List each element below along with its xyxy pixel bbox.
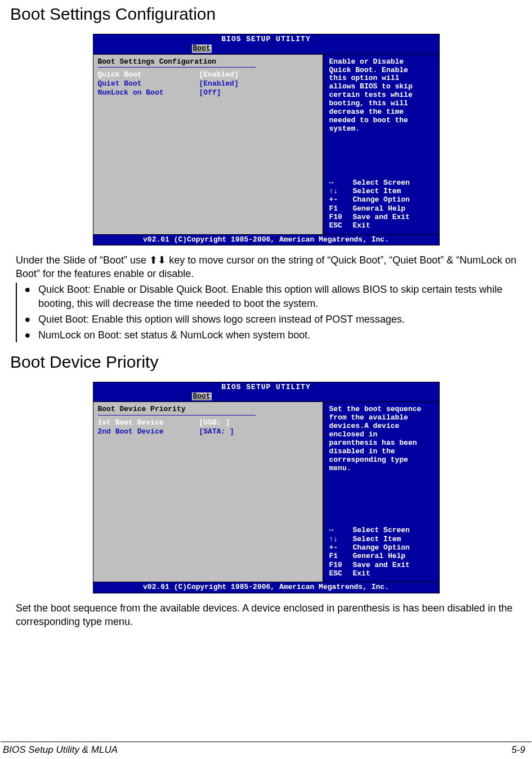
nav-key-ud-icon: ↑↓ <box>329 535 353 543</box>
bullet-icon: ● <box>17 312 38 326</box>
bios-right-pane: Set the boot sequence from the available… <box>324 402 439 582</box>
bios-tabs: Boot <box>93 44 439 53</box>
bullet-icon: ● <box>17 283 38 310</box>
nav-desc: Change Option <box>353 196 410 204</box>
bios-tabs: Boot <box>93 392 439 401</box>
paragraph-1: Under the Slide of “Boot” use ⬆⬇ key to … <box>16 253 522 281</box>
list-item: ●NumLock on Boot: set status & NumLock w… <box>17 328 522 342</box>
opt-value: [USB: ] <box>199 419 230 427</box>
bios-option-1st-boot-device[interactable]: 1st Boot Device [USB: ] <box>98 419 318 427</box>
list-text: Quiet Boot: Enable this option will show… <box>38 312 522 326</box>
bios-tab-boot[interactable]: Boot <box>192 44 212 52</box>
nav-desc: Save and Exit <box>353 561 410 569</box>
footer-left: BIOS Setup Utility & MLUA <box>3 744 118 756</box>
nav-desc: Select Item <box>353 187 401 195</box>
opt-label: 2nd Boot Device <box>98 428 199 436</box>
nav-key-f1: F1 <box>329 552 353 560</box>
bios-help-text: Set the boot sequence from the available… <box>329 405 433 473</box>
list-item: ●Quiet Boot: Enable this option will sho… <box>17 312 522 326</box>
nav-key-plusminus-icon: +- <box>329 544 353 552</box>
nav-desc: Select Screen <box>353 526 410 534</box>
opt-value: [Enabled] <box>199 71 239 79</box>
nav-key-esc: ESC <box>329 570 353 578</box>
nav-key-f10: F10 <box>329 561 353 569</box>
bios-section-title: Boot Settings Configuration <box>98 58 318 66</box>
nav-key-lr-icon: ↔ <box>329 526 353 534</box>
opt-label: NumLock on Boot <box>98 89 199 97</box>
bios-right-pane: Enable or Disable Quick Boot. Enable thi… <box>324 55 439 234</box>
bios-option-numlock-boot[interactable]: NumLock on Boot [Off] <box>98 89 318 97</box>
nav-desc: Select Screen <box>353 179 410 187</box>
bios-title: BIOS SETUP UTILITY <box>93 34 439 44</box>
bios-option-quick-boot[interactable]: Quick Boot [Enabled] <box>98 71 318 79</box>
nav-key-plusminus-icon: +- <box>329 196 353 204</box>
nav-desc: Save and Exit <box>353 213 410 221</box>
bios-section-title: Boot Device Priority <box>98 405 318 413</box>
nav-key-ud-icon: ↑↓ <box>329 187 353 195</box>
nav-desc: General Help <box>353 205 406 213</box>
bios-footer: v02.61 (C)Copyright 1985-2006, American … <box>93 234 439 245</box>
list-text: Quick Boot: Enable or Disable Quick Boot… <box>38 283 522 310</box>
bios-left-pane: Boot Device Priority 1st Boot Device [US… <box>93 402 324 582</box>
bios-tab-boot[interactable]: Boot <box>192 392 212 400</box>
opt-value: [Off] <box>199 89 221 97</box>
page-footer-rule <box>1 742 531 742</box>
paragraph-2: Set the boot sequence from the available… <box>16 601 522 629</box>
bios-nav-help: ↔Select Screen ↑↓Select Item +-Change Op… <box>329 179 433 231</box>
heading-boot-device-priority: Boot Device Priority <box>10 352 522 372</box>
bios-help-text: Enable or Disable Quick Boot. Enable thi… <box>329 58 433 133</box>
opt-value: [SATA: ] <box>199 428 234 436</box>
nav-key-f1: F1 <box>329 205 353 213</box>
bios-nav-help: ↔Select Screen ↑↓Select Item +-Change Op… <box>329 526 433 578</box>
opt-value: [Enabled] <box>199 80 239 88</box>
opt-label: Quiet Boot <box>98 80 199 88</box>
list-text: NumLock on Boot: set status & NumLock wh… <box>38 328 522 342</box>
bullet-icon: ● <box>17 328 38 342</box>
nav-desc: General Help <box>353 552 406 560</box>
bios-footer: v02.61 (C)Copyright 1985-2006, American … <box>93 582 439 592</box>
list-item: ●Quick Boot: Enable or Disable Quick Boo… <box>17 283 522 310</box>
nav-desc: Change Option <box>353 544 410 552</box>
bios-screen-1: BIOS SETUP UTILITY Boot Boot Settings Co… <box>93 34 440 245</box>
divider <box>98 67 256 68</box>
bios-screen-2: BIOS SETUP UTILITY Boot Boot Device Prio… <box>93 382 440 593</box>
bios-option-2nd-boot-device[interactable]: 2nd Boot Device [SATA: ] <box>98 428 318 436</box>
footer-right: 5-9 <box>511 744 525 756</box>
nav-desc: Select Item <box>353 535 401 543</box>
page-footer: BIOS Setup Utility & MLUA 5-9 <box>3 744 525 756</box>
nav-desc: Exit <box>353 570 370 578</box>
nav-key-f10: F10 <box>329 213 353 221</box>
bios-title: BIOS SETUP UTILITY <box>93 382 439 392</box>
nav-key-esc: ESC <box>329 222 353 230</box>
bios-option-quiet-boot[interactable]: Quiet Boot [Enabled] <box>98 80 318 88</box>
opt-label: 1st Boot Device <box>98 419 199 427</box>
heading-boot-settings-config: Boot Settings Configuration <box>10 5 522 24</box>
opt-label: Quick Boot <box>98 71 199 79</box>
nav-key-lr-icon: ↔ <box>329 179 353 187</box>
bullet-list-1: ●Quick Boot: Enable or Disable Quick Boo… <box>16 283 522 342</box>
nav-desc: Exit <box>353 222 370 230</box>
bios-left-pane: Boot Settings Configuration Quick Boot [… <box>93 55 324 234</box>
divider <box>98 415 256 416</box>
